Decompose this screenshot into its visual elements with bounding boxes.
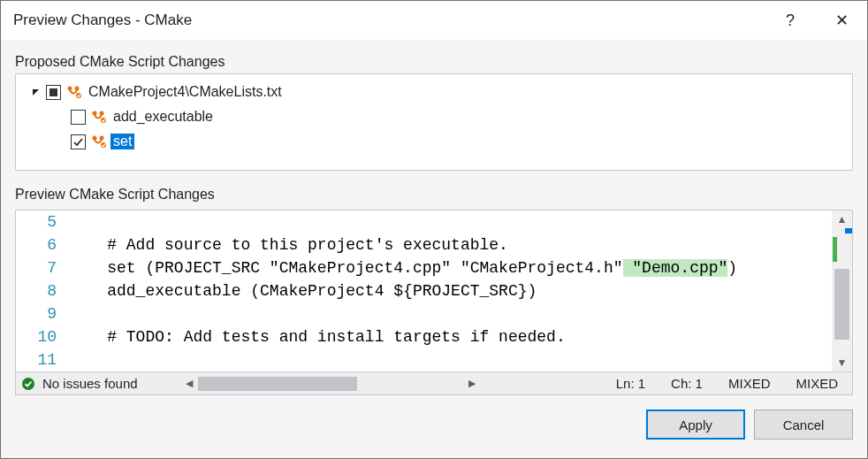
- scroll-up-icon[interactable]: ▲: [832, 210, 852, 228]
- status-encoding-2[interactable]: MIXED: [786, 376, 847, 391]
- caret-indicator: [845, 228, 852, 233]
- dialog-buttons: Apply Cancel: [15, 409, 853, 440]
- diff-highlight: "Demo.cpp": [623, 259, 728, 277]
- checkbox-add-executable[interactable]: [71, 110, 86, 125]
- gutter: 7: [16, 256, 69, 279]
- gutter: 5: [16, 210, 69, 233]
- tree-panel: CMakeProject4\CMakeLists.txt add_executa…: [15, 73, 853, 171]
- code-line: set (PROJECT_SRC "CMakeProject4.cpp" "CM…: [69, 256, 832, 279]
- tree-label-add-executable: add_executable: [110, 109, 216, 125]
- gutter: 9: [16, 302, 69, 325]
- cmake-icon: [91, 134, 107, 149]
- tree-row-set[interactable]: set: [21, 129, 847, 154]
- scroll-down-icon[interactable]: ▼: [832, 354, 852, 371]
- help-icon: ?: [786, 11, 795, 30]
- vertical-scrollbar[interactable]: ▲ ▼: [832, 210, 852, 371]
- cmake-icon: [66, 84, 82, 100]
- status-line[interactable]: Ln: 1: [606, 376, 654, 391]
- scroll-track[interactable]: [832, 228, 852, 354]
- gutter: 10: [16, 325, 69, 348]
- svg-point-0: [68, 87, 72, 91]
- preview-label: Preview CMake Script Changes: [15, 187, 853, 203]
- status-col[interactable]: Ch: 1: [661, 376, 712, 391]
- tree-row-root[interactable]: CMakeProject4\CMakeLists.txt: [21, 80, 847, 104]
- code-scroll: 5 6 # Add source to this project's execu…: [16, 210, 852, 371]
- close-icon: ✕: [835, 11, 849, 30]
- gutter: 8: [16, 279, 69, 302]
- code-line: [69, 302, 832, 325]
- code-line: # Add source to this project's executabl…: [69, 233, 832, 256]
- scroll-right-icon[interactable]: ▶: [463, 376, 481, 392]
- tree-row-add-executable[interactable]: add_executable: [21, 104, 847, 129]
- editor-statusbar: No issues found ◀ ▶ Ln: 1 Ch: 1 MIXED MI…: [16, 371, 852, 394]
- svg-point-1: [75, 87, 80, 91]
- hscroll-track[interactable]: [198, 376, 463, 392]
- cancel-button-label: Cancel: [783, 417, 825, 432]
- proposed-label: Proposed CMake Script Changes: [15, 54, 853, 70]
- help-button[interactable]: ?: [765, 1, 816, 40]
- titlebar: Preview Changes - CMake ? ✕: [1, 1, 867, 40]
- code-line: [69, 348, 832, 371]
- svg-point-6: [93, 136, 97, 141]
- svg-point-9: [22, 378, 34, 390]
- apply-button-label: Apply: [679, 417, 712, 432]
- hscroll-thumb[interactable]: [198, 377, 357, 391]
- code-editor[interactable]: 5 6 # Add source to this project's execu…: [16, 210, 832, 371]
- cancel-button[interactable]: Cancel: [754, 409, 853, 440]
- svg-point-7: [100, 136, 104, 141]
- apply-button[interactable]: Apply: [646, 409, 745, 440]
- scroll-left-icon[interactable]: ◀: [180, 376, 198, 392]
- tree-label-set: set: [110, 134, 134, 149]
- code-panel: 5 6 # Add source to this project's execu…: [15, 210, 853, 395]
- check-circle-icon: [21, 377, 35, 391]
- checkbox-set[interactable]: [71, 134, 86, 149]
- window-title: Preview Changes - CMake: [13, 11, 192, 29]
- svg-point-3: [93, 111, 97, 116]
- expander-icon[interactable]: [30, 86, 42, 98]
- scroll-thumb[interactable]: [834, 269, 849, 340]
- issues-text: No issues found: [42, 376, 138, 391]
- gutter: 11: [16, 348, 69, 371]
- change-indicator: [833, 237, 837, 262]
- tree-label-root: CMakeProject4\CMakeLists.txt: [86, 84, 285, 100]
- code-line: [69, 210, 832, 233]
- gutter: 6: [16, 233, 69, 256]
- client-area: Proposed CMake Script Changes CMakeProje…: [1, 40, 867, 458]
- svg-point-4: [100, 111, 104, 116]
- code-line: add_executable (CMakeProject4 ${PROJECT_…: [69, 279, 832, 302]
- code-line: # TODO: Add tests and install targets if…: [69, 325, 832, 348]
- cmake-icon: [91, 109, 107, 125]
- checkbox-root[interactable]: [46, 85, 61, 100]
- status-encoding-1[interactable]: MIXED: [719, 376, 780, 391]
- horizontal-scrollbar[interactable]: ◀ ▶: [180, 376, 481, 392]
- close-button[interactable]: ✕: [816, 1, 867, 40]
- checkbox-mixed-icon: [49, 88, 57, 96]
